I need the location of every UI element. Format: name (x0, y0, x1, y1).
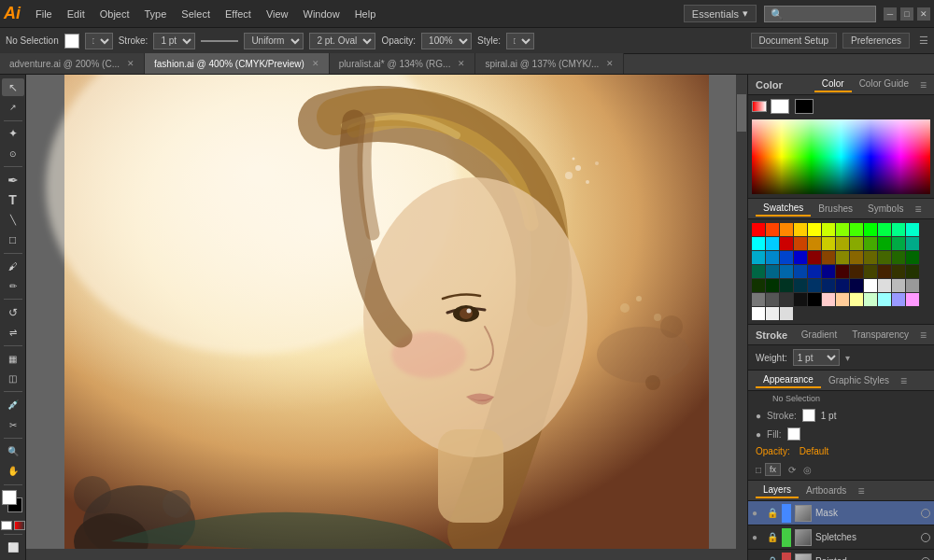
swatch-item[interactable] (864, 251, 877, 264)
menu-select[interactable]: Select (174, 7, 218, 21)
spletches-lock-icon[interactable]: 🔒 (767, 532, 778, 542)
spletches-eye-icon[interactable]: ● (752, 532, 763, 542)
swatch-item[interactable] (892, 237, 905, 250)
screen-mode-button[interactable]: ⬜ (2, 539, 24, 556)
brushes-tab[interactable]: Brushes (811, 202, 860, 216)
swatch-item[interactable] (808, 251, 821, 264)
spletches-target-icon[interactable] (921, 533, 930, 542)
swatch-item[interactable] (850, 293, 863, 306)
layers-tab[interactable]: Layers (756, 483, 799, 498)
swatch-item[interactable] (808, 223, 821, 236)
swatch-item[interactable] (906, 223, 919, 236)
paintbrush-tool[interactable]: 🖌 (2, 258, 24, 275)
opacity-select[interactable]: 100% (421, 33, 472, 49)
swatch-item[interactable] (766, 237, 779, 250)
swatch-item[interactable] (752, 223, 765, 236)
swatch-item[interactable] (878, 265, 891, 278)
menu-object[interactable]: Object (92, 7, 137, 21)
vertical-scrollbar[interactable] (736, 75, 747, 560)
menu-type[interactable]: Type (137, 7, 175, 21)
swatch-item[interactable] (836, 265, 849, 278)
menu-help[interactable]: Help (347, 7, 384, 21)
spiral-tab-close[interactable]: ✕ (606, 59, 614, 68)
menu-edit[interactable]: Edit (60, 7, 92, 21)
canvas-area[interactable] (26, 75, 747, 560)
reflect-tool[interactable]: ⇌ (2, 323, 24, 341)
horizontal-scrollbar[interactable] (26, 549, 736, 560)
swatch-item[interactable] (794, 265, 807, 278)
menu-effect[interactable]: Effect (218, 7, 259, 21)
color-panel-menu[interactable]: ≡ (920, 78, 927, 91)
adventure-tab-close[interactable]: ✕ (127, 59, 134, 68)
magic-wand-tool[interactable]: ✦ (2, 125, 24, 143)
swatch-item[interactable] (766, 265, 779, 278)
swatch-item[interactable] (766, 251, 779, 264)
swatch-item[interactable] (794, 237, 807, 250)
swatch-item[interactable] (906, 265, 919, 278)
layers-panel-menu[interactable]: ≡ (857, 484, 864, 497)
normal-mode-icon[interactable] (1, 521, 12, 530)
essentials-button[interactable]: Essentials ▾ (684, 5, 757, 22)
painted-target-icon[interactable] (921, 557, 930, 561)
scissors-tool[interactable]: ✂ (2, 416, 24, 434)
menu-file[interactable]: File (28, 7, 60, 21)
maximize-button[interactable]: □ (900, 7, 913, 21)
swatch-item[interactable] (892, 251, 905, 264)
options-menu-icon[interactable]: ☰ (919, 35, 928, 47)
fill-visibility-icon[interactable]: ● (756, 429, 761, 440)
swatch-item[interactable] (906, 237, 919, 250)
mask-target-icon[interactable] (921, 509, 930, 518)
swatch-item[interactable] (766, 223, 779, 236)
swatch-item[interactable] (906, 279, 919, 292)
color-tab[interactable]: Color (814, 77, 852, 92)
swatch-item[interactable] (864, 293, 877, 306)
swatch-item[interactable] (892, 293, 905, 306)
close-button[interactable]: ✕ (917, 7, 930, 21)
swatch-item[interactable] (878, 223, 891, 236)
transparency-tab[interactable]: Transparency (844, 328, 916, 342)
fg-color-swatch[interactable] (2, 490, 17, 505)
v-scroll-thumb[interactable] (737, 94, 746, 132)
swatch-item[interactable] (836, 237, 849, 250)
minimize-button[interactable]: ─ (884, 7, 897, 21)
swatch-item[interactable] (780, 293, 793, 306)
swatch-item[interactable] (892, 265, 905, 278)
stroke-weight-select[interactable]: 1 pt (153, 33, 195, 49)
direct-select-tool[interactable]: ↗ (2, 98, 24, 116)
swatch-item[interactable] (850, 265, 863, 278)
preferences-button[interactable]: Preferences (842, 33, 910, 49)
rotate-tool[interactable]: ↺ (2, 303, 24, 321)
swatch-item[interactable] (864, 279, 877, 292)
stroke-panel-menu[interactable]: ≡ (920, 329, 927, 342)
swatch-item[interactable] (822, 293, 835, 306)
bg-color-display[interactable] (795, 99, 814, 114)
fill-swatch[interactable] (64, 34, 79, 49)
layer-mask[interactable]: ● 🔒 Mask (748, 501, 934, 525)
layer-spletches[interactable]: ● 🔒 Spletches (748, 525, 934, 550)
pen-tool[interactable]: ✒ (2, 171, 24, 189)
swatch-item[interactable] (850, 251, 863, 264)
swatch-item[interactable] (878, 279, 891, 292)
swatch-item[interactable] (850, 223, 863, 236)
swatch-item[interactable] (822, 223, 835, 236)
fx-button[interactable]: fx (765, 463, 781, 476)
brush-size-select[interactable]: 2 pt. Oval (309, 33, 375, 49)
stroke-appear-swatch[interactable] (802, 409, 815, 422)
doc-setup-button[interactable]: Document Setup (751, 33, 838, 49)
hand-tool[interactable]: ✋ (2, 462, 24, 480)
swatches-tab[interactable]: Swatches (756, 201, 811, 217)
search-input[interactable] (764, 6, 876, 22)
swatch-item[interactable] (752, 251, 765, 264)
swatch-item[interactable] (780, 265, 793, 278)
swatch-item[interactable] (836, 223, 849, 236)
swatch-item[interactable] (864, 223, 877, 236)
symbols-tab[interactable]: Symbols (860, 202, 911, 216)
swatch-item[interactable] (794, 223, 807, 236)
swatch-item[interactable] (864, 265, 877, 278)
swatch-item[interactable] (878, 251, 891, 264)
swatch-item[interactable] (794, 293, 807, 306)
pluralist-tab[interactable]: pluralist.ai* @ 134% (RG... ✕ (330, 53, 476, 74)
stroke-weight-dropdown[interactable]: 1 pt2 pt4 pt (793, 349, 840, 366)
gradient-tab[interactable]: Gradient (794, 328, 844, 342)
swatch-item[interactable] (878, 237, 891, 250)
